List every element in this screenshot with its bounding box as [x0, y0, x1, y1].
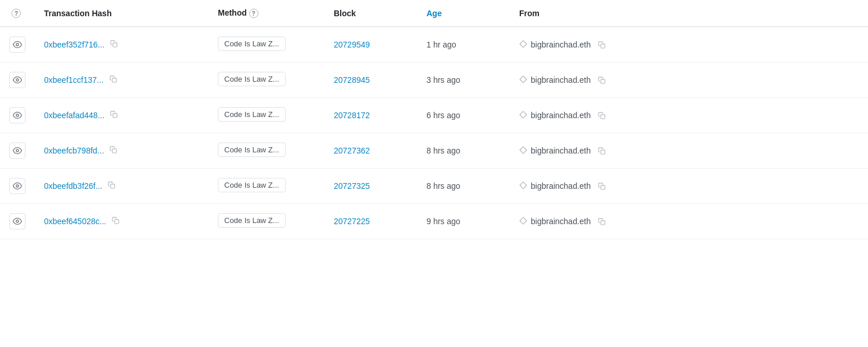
table-row: 0xbeefdb3f26f... Code Is Law Z... 207273…	[0, 169, 868, 204]
copy-tx-hash-icon[interactable]	[110, 111, 118, 118]
copy-tx-hash-icon[interactable]	[110, 75, 117, 83]
row-from-cell: bigbrainchad.eth	[510, 133, 868, 169]
diamond-icon	[519, 181, 527, 191]
tx-hash-link[interactable]: 0xbeef352f716...	[44, 40, 104, 49]
row-method-cell: Code Is Law Z...	[209, 169, 324, 204]
tx-hash-link[interactable]: 0xbeefcb798fd...	[44, 146, 104, 155]
eye-icon[interactable]	[9, 107, 25, 123]
row-eye-cell	[0, 133, 35, 169]
eye-icon[interactable]	[9, 178, 25, 194]
row-tx-hash-cell: 0xbeefafad448...	[35, 98, 209, 133]
row-from-cell: bigbrainchad.eth	[510, 169, 868, 204]
from-address: bigbrainchad.eth	[531, 111, 591, 120]
svg-point-12	[16, 149, 19, 152]
table-row: 0xbeef352f716... Code Is Law Z... 207295…	[0, 27, 868, 63]
svg-rect-7	[600, 79, 604, 83]
copy-tx-hash-icon[interactable]	[110, 146, 117, 154]
from-address: bigbrainchad.eth	[531, 146, 591, 155]
from-address: bigbrainchad.eth	[531, 75, 591, 85]
row-tx-hash-cell: 0xbeef645028c...	[35, 204, 209, 239]
method-badge: Code Is Law Z...	[218, 213, 286, 228]
row-age-cell: 8 hrs ago	[417, 169, 510, 204]
svg-point-8	[16, 114, 19, 116]
svg-rect-11	[600, 115, 604, 119]
diamond-icon	[519, 111, 527, 120]
svg-point-16	[16, 185, 19, 187]
method-badge: Code Is Law Z...	[218, 107, 286, 122]
row-block-cell: 20727362	[324, 133, 417, 169]
block-link[interactable]: 20727225	[334, 217, 370, 226]
age-text: 9 hrs ago	[426, 217, 460, 226]
method-badge: Code Is Law Z...	[218, 36, 286, 51]
svg-rect-17	[111, 184, 115, 188]
copy-from-icon[interactable]	[598, 147, 606, 155]
eye-icon[interactable]	[9, 36, 25, 53]
eye-icon[interactable]	[9, 143, 25, 159]
method-help-icon[interactable]: ?	[249, 9, 258, 18]
copy-tx-hash-icon[interactable]	[110, 40, 118, 48]
block-link[interactable]: 20729549	[334, 40, 370, 49]
svg-rect-19	[600, 185, 604, 189]
svg-rect-3	[600, 44, 604, 48]
age-text: 1 hr ago	[426, 40, 456, 49]
eye-icon[interactable]	[9, 72, 25, 88]
from-address: bigbrainchad.eth	[531, 181, 591, 191]
svg-marker-14	[520, 147, 527, 154]
row-block-cell: 20727225	[324, 204, 417, 239]
svg-rect-9	[113, 114, 117, 118]
from-cell-container: bigbrainchad.eth	[519, 181, 859, 191]
help-icon[interactable]: ?	[12, 9, 21, 18]
tx-hash-link[interactable]: 0xbeef1ccf137...	[44, 75, 104, 85]
svg-rect-13	[112, 149, 116, 153]
header-from: From	[510, 0, 868, 27]
copy-tx-hash-icon[interactable]	[108, 181, 115, 189]
row-block-cell: 20729549	[324, 27, 417, 63]
age-text: 6 hrs ago	[426, 111, 460, 120]
diamond-icon	[519, 75, 527, 85]
header-block: Block	[324, 0, 417, 27]
row-method-cell: Code Is Law Z...	[209, 98, 324, 133]
block-link[interactable]: 20728945	[334, 75, 370, 85]
from-cell-container: bigbrainchad.eth	[519, 146, 859, 156]
method-badge: Code Is Law Z...	[218, 178, 286, 192]
header-age[interactable]: Age	[417, 0, 510, 27]
copy-from-icon[interactable]	[598, 76, 606, 84]
row-method-cell: Code Is Law Z...	[209, 27, 324, 63]
block-link[interactable]: 20728172	[334, 111, 370, 120]
block-link[interactable]: 20727325	[334, 181, 370, 191]
svg-rect-21	[115, 220, 119, 224]
table-row: 0xbeefafad448... Code Is Law Z... 207281…	[0, 98, 868, 133]
header-help: ?	[0, 0, 35, 27]
svg-point-20	[16, 220, 19, 222]
method-badge: Code Is Law Z...	[218, 72, 286, 86]
svg-rect-5	[112, 78, 116, 82]
row-eye-cell	[0, 63, 35, 98]
row-block-cell: 20728945	[324, 63, 417, 98]
copy-from-icon[interactable]	[598, 218, 606, 225]
svg-marker-6	[520, 76, 527, 83]
copy-tx-hash-icon[interactable]	[112, 217, 119, 224]
row-eye-cell	[0, 204, 35, 239]
row-tx-hash-cell: 0xbeefcb798fd...	[35, 133, 209, 169]
tx-hash-link[interactable]: 0xbeefafad448...	[44, 111, 104, 120]
eye-icon[interactable]	[9, 213, 25, 229]
copy-from-icon[interactable]	[598, 182, 606, 190]
tx-hash-link[interactable]: 0xbeefdb3f26f...	[44, 181, 102, 191]
row-age-cell: 8 hrs ago	[417, 133, 510, 169]
svg-rect-15	[600, 150, 604, 154]
age-text: 3 hrs ago	[426, 75, 460, 85]
row-from-cell: bigbrainchad.eth	[510, 27, 868, 63]
header-method: Method ?	[209, 0, 324, 27]
from-address: bigbrainchad.eth	[531, 217, 591, 226]
row-eye-cell	[0, 169, 35, 204]
svg-point-0	[16, 43, 19, 46]
header-transaction-hash: Transaction Hash	[35, 0, 209, 27]
from-cell-container: bigbrainchad.eth	[519, 217, 859, 227]
copy-from-icon[interactable]	[598, 41, 606, 49]
block-link[interactable]: 20727362	[334, 146, 370, 155]
row-age-cell: 3 hrs ago	[417, 63, 510, 98]
tx-hash-link[interactable]: 0xbeef645028c...	[44, 217, 106, 226]
table-row: 0xbeefcb798fd... Code Is Law Z... 207273…	[0, 133, 868, 169]
copy-from-icon[interactable]	[598, 112, 606, 119]
from-cell-container: bigbrainchad.eth	[519, 75, 859, 85]
